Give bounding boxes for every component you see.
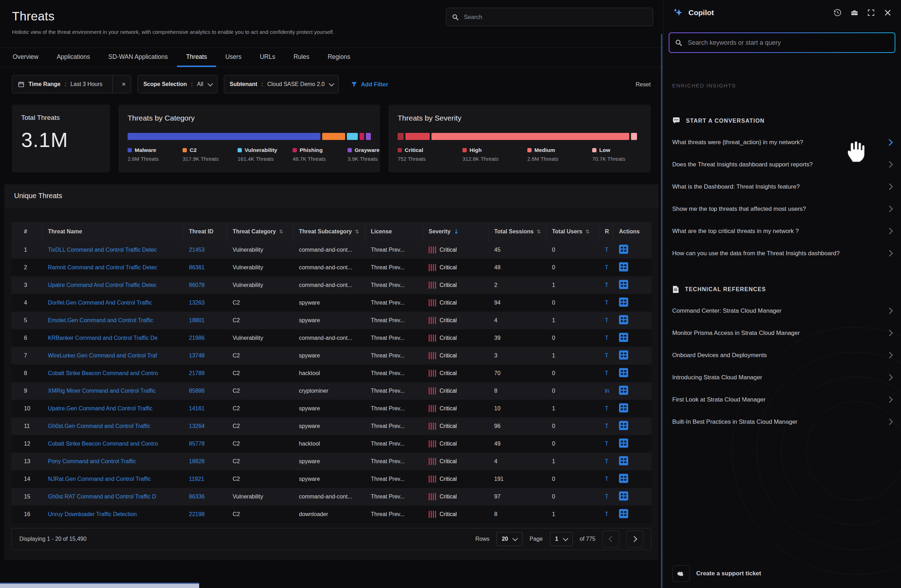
threat-id-link[interactable]: 21986 bbox=[189, 335, 205, 341]
actions-grid-icon[interactable] bbox=[619, 245, 628, 254]
reference-item[interactable]: Built-In Best Practices in Strata Cloud … bbox=[663, 411, 901, 433]
threat-name-link[interactable]: Ramnit Command and Control Traffic Detec bbox=[48, 264, 157, 270]
tab[interactable]: Rules bbox=[284, 48, 319, 67]
report-link[interactable]: T bbox=[605, 476, 608, 482]
actions-grid-icon[interactable] bbox=[619, 315, 628, 324]
threat-id-link[interactable]: 22198 bbox=[189, 511, 205, 517]
col-total-users[interactable]: Total Users⇅ bbox=[546, 222, 599, 241]
threat-id-link[interactable]: 86336 bbox=[189, 493, 205, 499]
threat-name-link[interactable]: Gh0st RAT Command and Control Traffic D bbox=[48, 493, 156, 499]
report-link[interactable]: in bbox=[605, 388, 609, 394]
threat-name-link[interactable]: Emotet.Gen Command and Control Traffic bbox=[48, 317, 153, 323]
report-link[interactable]: T bbox=[605, 335, 608, 341]
report-link[interactable]: T bbox=[605, 511, 608, 517]
tab[interactable]: Regions bbox=[318, 48, 359, 67]
previous-page-button[interactable] bbox=[602, 530, 619, 547]
report-link[interactable]: T bbox=[605, 370, 608, 376]
support-ticket-button[interactable] bbox=[672, 565, 690, 582]
threat-id-link[interactable]: 11921 bbox=[189, 476, 204, 482]
sort-icon[interactable]: ⇅ bbox=[586, 229, 590, 234]
actions-grid-icon[interactable] bbox=[619, 262, 628, 271]
threat-id-link[interactable]: 14161 bbox=[189, 406, 205, 412]
threat-id-link[interactable]: 13263 bbox=[189, 299, 205, 306]
threat-id-link[interactable]: 21453 bbox=[189, 247, 205, 253]
threat-name-link[interactable]: WireLurker.Gen Command and Control Traf bbox=[48, 352, 157, 359]
vertical-scrollbar[interactable] bbox=[661, 34, 662, 588]
reference-item[interactable]: First Look at Strata Cloud Manager bbox=[663, 388, 901, 411]
conversation-item[interactable]: Does the Threat Insights dashboard suppo… bbox=[663, 153, 901, 176]
horizontal-scrollbar[interactable] bbox=[0, 583, 199, 588]
reference-item[interactable]: Onboard Devices and Deployments bbox=[663, 344, 901, 366]
threat-name-link[interactable]: XMRig Miner Command and Control Traffic bbox=[48, 388, 156, 394]
reset-button[interactable]: Reset bbox=[636, 81, 651, 88]
sort-desc-icon[interactable]: ↓ bbox=[454, 228, 458, 235]
briefcase-icon[interactable] bbox=[851, 9, 858, 17]
actions-grid-icon[interactable] bbox=[619, 491, 628, 501]
report-link[interactable]: T bbox=[605, 493, 608, 499]
filter-time-range[interactable]: Time Range : Last 3 Hours × bbox=[12, 75, 131, 94]
tab[interactable]: Users bbox=[216, 48, 251, 67]
actions-grid-icon[interactable] bbox=[619, 403, 628, 412]
actions-grid-icon[interactable] bbox=[619, 421, 628, 430]
threat-name-link[interactable]: NJRat.Gen Command and Control Traffic bbox=[48, 476, 151, 482]
tab[interactable]: SD-WAN Applications bbox=[99, 48, 177, 67]
threat-id-link[interactable]: 86361 bbox=[189, 264, 205, 270]
tab[interactable]: Applications bbox=[48, 48, 99, 67]
conversation-item[interactable]: What are the top critical threats in my … bbox=[663, 220, 901, 242]
threat-id-link[interactable]: 13748 bbox=[189, 352, 205, 359]
actions-grid-icon[interactable] bbox=[619, 386, 628, 395]
rows-per-page-select[interactable]: 20 bbox=[496, 532, 522, 546]
conversation-item[interactable]: What is the Dashboard: Threat Insights f… bbox=[663, 176, 901, 198]
next-page-button[interactable] bbox=[627, 530, 643, 547]
reference-item[interactable]: Monitor Prisma Access in Strata Cloud Ma… bbox=[663, 322, 901, 344]
history-icon[interactable] bbox=[834, 9, 842, 17]
reference-item[interactable]: Introducing Strata Cloud Manager bbox=[663, 366, 901, 388]
copilot-search-input[interactable] bbox=[687, 39, 889, 47]
tab[interactable]: Threats bbox=[177, 48, 216, 67]
threat-name-link[interactable]: Cobalt Strike Beacon Command and Contro bbox=[48, 370, 158, 376]
threat-name-link[interactable]: Dorifel.Gen Command And Control Traffic bbox=[48, 299, 152, 306]
global-search[interactable] bbox=[446, 8, 653, 26]
col-severity[interactable]: Severity↓ bbox=[423, 222, 489, 241]
actions-grid-icon[interactable] bbox=[619, 474, 628, 483]
filter-scope[interactable]: Scope Selection : All bbox=[137, 75, 218, 94]
col-threat-subcategory[interactable]: Threat Subcategory⇅ bbox=[293, 222, 365, 241]
report-link[interactable]: T bbox=[605, 352, 608, 359]
report-link[interactable]: T bbox=[605, 441, 608, 447]
threat-name-link[interactable]: TixDLL Command and Control Traffic Detec bbox=[48, 247, 157, 253]
threat-id-link[interactable]: 85778 bbox=[189, 441, 205, 447]
threat-id-link[interactable]: 18828 bbox=[189, 458, 205, 464]
reference-item[interactable]: Command Center: Strata Cloud Manager bbox=[663, 299, 901, 322]
col-total-sessions[interactable]: Total Sessions⇅ bbox=[489, 222, 546, 241]
search-input[interactable] bbox=[463, 13, 647, 21]
report-link[interactable]: T bbox=[605, 406, 608, 412]
actions-grid-icon[interactable] bbox=[619, 350, 628, 360]
sort-icon[interactable]: ⇅ bbox=[355, 229, 359, 234]
tab[interactable]: Overview bbox=[3, 48, 48, 67]
close-icon[interactable]: × bbox=[884, 8, 892, 18]
threat-name-link[interactable]: Unruy Downloader Traffic Detection bbox=[48, 511, 137, 517]
copilot-search[interactable] bbox=[669, 33, 895, 53]
sort-icon[interactable]: ⇅ bbox=[537, 229, 541, 234]
threat-id-link[interactable]: 13264 bbox=[189, 423, 205, 429]
expand-icon[interactable] bbox=[868, 9, 874, 16]
threat-name-link[interactable]: Cobalt Strike Beacon Command and Contro bbox=[48, 441, 158, 447]
actions-grid-icon[interactable] bbox=[619, 438, 628, 448]
actions-grid-icon[interactable] bbox=[619, 280, 628, 289]
threat-name-link[interactable]: Pony Command and Control Traffic bbox=[48, 458, 136, 464]
threat-id-link[interactable]: 21789 bbox=[189, 370, 205, 376]
report-link[interactable]: T bbox=[605, 423, 608, 429]
conversation-item[interactable]: What threats were {threat_action} in my … bbox=[663, 131, 901, 153]
threat-id-link[interactable]: 86078 bbox=[189, 282, 205, 288]
actions-grid-icon[interactable] bbox=[619, 509, 628, 518]
col-threat-category[interactable]: Threat Category⇅ bbox=[227, 222, 293, 241]
threat-name-link[interactable]: Upatre.Gen Command And Control Traffic bbox=[48, 406, 153, 412]
conversation-item[interactable]: Show me the top threats that affected mo… bbox=[663, 198, 901, 220]
report-link[interactable]: T bbox=[605, 299, 608, 306]
actions-grid-icon[interactable] bbox=[619, 333, 628, 342]
conversation-item[interactable]: How can you use the data from the Threat… bbox=[663, 242, 901, 264]
tab[interactable]: URLs bbox=[251, 48, 284, 67]
actions-grid-icon[interactable] bbox=[619, 456, 628, 465]
add-filter-button[interactable]: Add Filter bbox=[351, 81, 388, 88]
threat-name-link[interactable]: Upatre Command And Control Traffic Detec bbox=[48, 282, 156, 288]
